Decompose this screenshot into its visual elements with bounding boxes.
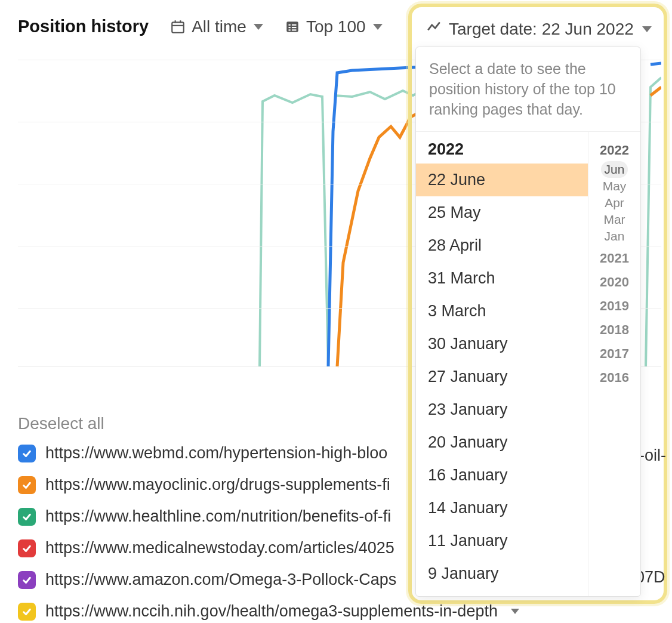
date-option[interactable]: 23 January [416,393,588,426]
line-chart-icon [426,19,442,39]
legend-checkbox[interactable] [18,539,36,557]
time-filter-label: All time [192,17,246,36]
target-date-button[interactable]: Target date: 22 Jun 2022 [426,19,652,39]
legend-row: https://www.nccih.nih.gov/health/omega3-… [18,602,661,621]
target-date-label: Target date: 22 Jun 2022 [449,20,634,39]
svg-rect-10 [292,29,297,30]
chevron-down-icon [642,26,652,32]
legend-checkbox[interactable] [18,508,36,526]
list-icon [285,19,300,35]
top-filter-label: Top 100 [306,17,366,36]
year-sidebar-year[interactable]: 2019 [592,292,637,316]
date-option[interactable]: 20 January [416,426,588,459]
legend-checkbox[interactable] [18,603,36,621]
legend-url[interactable]: https://www.webmd.com/hypertension-high-… [45,444,387,462]
date-option[interactable]: 14 January [416,492,588,525]
svg-rect-6 [292,24,297,25]
date-list: 2022 22 June25 May28 April31 March3 Marc… [416,132,588,597]
date-option[interactable]: 9 January [416,557,588,590]
svg-rect-5 [288,24,290,25]
year-sidebar-current[interactable]: 2022 [592,139,637,161]
chevron-down-icon [373,24,383,30]
dropdown-hint: Select a date to see the position histor… [416,47,640,132]
date-option[interactable]: 27 January [416,360,588,393]
year-sidebar-year[interactable]: 2018 [592,316,637,340]
date-option[interactable]: 22 June [416,164,588,196]
date-option[interactable]: 28 April [416,229,588,262]
date-option[interactable]: 7 January [416,590,588,597]
year-sidebar-month[interactable]: Apr [592,195,637,211]
top-filter-button[interactable]: Top 100 [285,17,383,36]
legend-checkbox[interactable] [18,445,36,462]
page-title: Position history [18,17,149,36]
chevron-down-icon[interactable] [511,609,519,614]
year-sidebar-year[interactable]: 2017 [592,340,637,364]
year-sidebar: 2022 JunMayAprMarJan 2021202020192018201… [588,132,640,597]
calendar-icon [170,19,186,35]
year-sidebar-month[interactable]: Mar [592,211,637,228]
year-sidebar-year[interactable]: 2021 [592,245,637,269]
chevron-down-icon [254,24,263,30]
date-option[interactable]: 3 March [416,295,588,328]
date-option[interactable]: 30 January [416,328,588,360]
legend-url[interactable]: https://www.healthline.com/nutrition/ben… [45,507,391,526]
svg-rect-7 [288,27,290,28]
year-sidebar-month[interactable]: May [592,178,637,195]
target-date-dropdown: Select a date to see the position histor… [415,47,641,597]
svg-rect-8 [292,27,297,28]
legend-url[interactable]: https://www.medicalnewstoday.com/article… [45,539,394,557]
legend-url[interactable]: https://www.nccih.nih.gov/health/omega3-… [45,602,498,621]
time-filter-button[interactable]: All time [170,17,263,36]
legend-url[interactable]: https://www.mayoclinic.org/drugs-supplem… [45,476,390,494]
year-sidebar-month[interactable]: Jun [601,161,628,178]
date-option[interactable]: 16 January [416,459,588,492]
year-sidebar-year[interactable]: 2016 [592,364,637,388]
legend-checkbox[interactable] [18,571,36,589]
date-option[interactable]: 31 March [416,262,588,295]
date-option[interactable]: 11 January [416,525,588,557]
svg-rect-9 [288,29,290,30]
legend-url[interactable]: https://www.amazon.com/Omega-3-Pollock-C… [45,570,396,589]
date-list-year-header: 2022 [416,132,588,164]
legend-checkbox[interactable] [18,476,36,494]
year-sidebar-year[interactable]: 2020 [592,269,637,292]
date-option[interactable]: 25 May [416,196,588,229]
year-sidebar-month[interactable]: Jan [592,228,637,245]
svg-rect-0 [172,22,184,32]
